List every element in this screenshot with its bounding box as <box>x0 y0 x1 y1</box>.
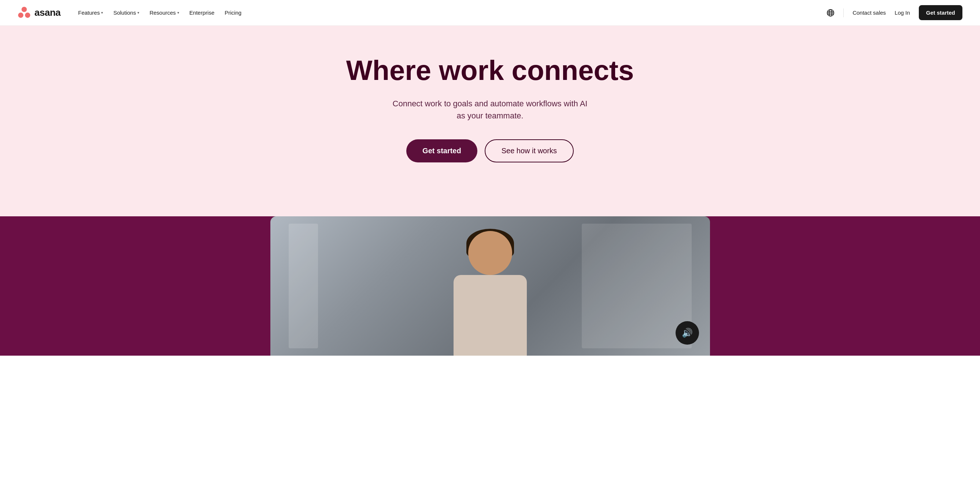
chevron-down-icon: ▾ <box>137 11 139 15</box>
mute-button[interactable]: 🔊 <box>676 321 699 344</box>
video-person <box>435 224 545 356</box>
hero-title: Where work connects <box>346 55 634 86</box>
globe-icon[interactable] <box>827 9 835 17</box>
nav-pricing[interactable]: Pricing <box>220 6 246 19</box>
volume-icon: 🔊 <box>682 328 693 338</box>
svg-point-2 <box>25 13 30 18</box>
bg-window-right <box>582 224 692 348</box>
hero-buttons: Get started See how it works <box>406 139 574 163</box>
nav-left: asana Features ▾ Solutions ▾ Resources ▾… <box>18 6 246 19</box>
nav-resources[interactable]: Resources ▾ <box>145 6 183 19</box>
hero-see-how-button[interactable]: See how it works <box>485 139 574 163</box>
logo-text: asana <box>35 7 60 18</box>
asana-logo-icon <box>18 6 31 19</box>
nav-solutions[interactable]: Solutions ▾ <box>109 6 143 19</box>
nav-enterprise[interactable]: Enterprise <box>185 6 219 19</box>
video-section: 🔊 <box>0 216 980 356</box>
hero-get-started-button[interactable]: Get started <box>406 139 477 163</box>
svg-point-1 <box>18 13 23 18</box>
chevron-down-icon: ▾ <box>177 11 179 15</box>
person-body <box>453 275 527 356</box>
nav-links: Features ▾ Solutions ▾ Resources ▾ Enter… <box>74 6 246 19</box>
login-link[interactable]: Log In <box>895 10 910 16</box>
contact-sales-link[interactable]: Contact sales <box>853 10 886 16</box>
video-placeholder <box>270 216 710 356</box>
video-container: 🔊 <box>270 216 710 356</box>
nav-divider <box>843 8 844 17</box>
svg-point-0 <box>22 6 27 12</box>
navbar: asana Features ▾ Solutions ▾ Resources ▾… <box>0 0 980 26</box>
hero-subtitle: Connect work to goals and automate workf… <box>388 97 593 122</box>
hero-section: Where work connects Connect work to goal… <box>0 26 980 216</box>
nav-right: Contact sales Log In Get started <box>827 5 963 20</box>
bg-window-left <box>289 224 318 348</box>
person-head <box>468 231 512 275</box>
chevron-down-icon: ▾ <box>101 11 103 15</box>
nav-features[interactable]: Features ▾ <box>74 6 107 19</box>
get-started-nav-button[interactable]: Get started <box>919 5 963 20</box>
logo[interactable]: asana <box>18 6 60 19</box>
